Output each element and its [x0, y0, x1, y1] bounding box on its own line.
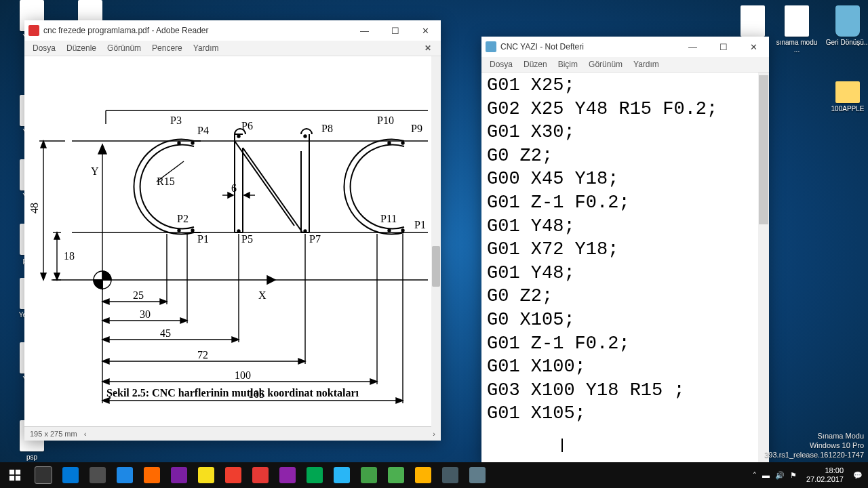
svg-point-26 — [304, 135, 307, 138]
svg-rect-95 — [9, 470, 14, 474]
svg-marker-47 — [102, 299, 109, 304]
svg-point-33 — [388, 142, 391, 144]
svg-text:P2: P2 — [177, 213, 189, 224]
taskbar-app[interactable] — [165, 462, 193, 488]
svg-text:18: 18 — [64, 250, 75, 262]
svg-point-27 — [237, 230, 240, 232]
svg-marker-48 — [160, 299, 167, 304]
svg-text:X: X — [258, 289, 267, 301]
system-tray[interactable]: ˄ ▬ 🔊 ⚑ 18:0027.02.2017 💬 — [747, 466, 868, 484]
svg-marker-57 — [298, 359, 305, 364]
adobe-hscrollbar[interactable] — [84, 430, 435, 438]
svg-text:P4: P4 — [197, 125, 209, 136]
taskbar-app[interactable] — [111, 462, 138, 488]
svg-text:P1: P1 — [197, 233, 209, 245]
close-button[interactable]: ✕ — [410, 20, 441, 41]
svg-text:100: 100 — [235, 369, 251, 381]
svg-text:P1: P1 — [414, 219, 426, 230]
taskbar-app[interactable] — [220, 462, 247, 488]
menu-yardim[interactable]: Yardım — [628, 58, 665, 70]
taskbar-app[interactable] — [328, 462, 355, 488]
menu-duzen[interactable]: Düzen — [518, 58, 553, 70]
svg-marker-54 — [232, 337, 239, 342]
svg-point-36 — [401, 229, 404, 232]
svg-point-35 — [388, 229, 391, 232]
minimize-button[interactable]: ― — [349, 20, 380, 41]
adobe-reader-window[interactable]: cnc frezede programlama.pdf - Adobe Read… — [24, 20, 441, 441]
start-button[interactable] — [0, 462, 30, 488]
tray-volume-icon[interactable]: 🔊 — [775, 471, 785, 480]
svg-text:25: 25 — [133, 289, 144, 301]
svg-marker-3 — [98, 144, 106, 154]
svg-marker-41 — [54, 273, 60, 280]
cnc-diagram: Y X R15 6 P1 P2 P3 P4 P5 P6 P7 P8 — [24, 56, 431, 426]
taskbar-app[interactable] — [355, 462, 382, 488]
taskbar-clock[interactable]: 18:0027.02.2017 — [802, 466, 848, 484]
minimize-button[interactable]: ― — [677, 37, 708, 57]
taskbar-app[interactable] — [464, 462, 491, 488]
tray-network-icon[interactable]: ▬ — [762, 471, 770, 479]
close-button[interactable]: ✕ — [738, 37, 769, 57]
taskbar-app[interactable] — [84, 462, 111, 488]
desktop[interactable]: Yeni kYeni kYeni kYeni kpowerYeni k (3Ye… — [0, 0, 868, 488]
svg-text:P11: P11 — [380, 213, 397, 224]
svg-line-19 — [243, 148, 302, 232]
taskbar[interactable]: ˄ ▬ 🔊 ⚑ 18:0027.02.2017 💬 — [0, 462, 868, 488]
adobe-vscrollbar[interactable] — [431, 56, 441, 427]
task-view-icon[interactable] — [30, 462, 57, 488]
desktop-icon[interactable]: Geri Dönüşü... — [824, 5, 868, 46]
notepad-titlebar[interactable]: CNC YAZI - Not Defteri ― ☐ ✕ — [481, 37, 769, 57]
taskbar-app[interactable] — [410, 462, 437, 488]
svg-marker-53 — [102, 337, 109, 342]
menu-dosya[interactable]: Dosya — [27, 42, 61, 54]
menu-pencere[interactable]: Pencere — [146, 42, 188, 54]
notepad-window[interactable]: CNC YAZI - Not Defteri ― ☐ ✕ Dosya Düzen… — [481, 37, 769, 462]
taskbar-app[interactable] — [193, 462, 220, 488]
adobe-document-area[interactable]: Y X R15 6 P1 P2 P3 P4 P5 P6 P7 P8 — [24, 56, 441, 441]
maximize-button[interactable]: ☐ — [380, 20, 410, 41]
svg-marker-45 — [41, 273, 46, 280]
menu-duzenle[interactable]: Düzenle — [61, 42, 102, 54]
taskbar-app[interactable] — [437, 462, 464, 488]
notepad-menubar[interactable]: Dosya Düzen Biçim Görünüm Yardım — [481, 57, 769, 73]
taskbar-app[interactable] — [382, 462, 410, 488]
desktop-icon[interactable] — [729, 5, 776, 39]
text-cursor — [561, 439, 563, 452]
taskbar-app[interactable] — [247, 462, 274, 488]
maximize-button[interactable]: ☐ — [708, 37, 738, 57]
tray-flag-icon[interactable]: ⚑ — [790, 471, 797, 480]
notepad-title: CNC YAZI - Not Defteri — [500, 42, 677, 52]
svg-point-11 — [178, 142, 180, 144]
svg-marker-56 — [102, 359, 109, 364]
svg-point-28 — [304, 230, 307, 232]
desktop-icon[interactable]: 100APPLE — [824, 75, 868, 113]
svg-text:R15: R15 — [157, 176, 175, 187]
taskbar-app[interactable] — [301, 462, 328, 488]
menu-yardim[interactable]: Yardım — [188, 42, 224, 54]
adobe-menubar[interactable]: Dosya Düzenle Görünüm Pencere Yardım ✕ — [24, 41, 441, 56]
svg-point-34 — [401, 142, 404, 144]
adobe-title: cnc frezede programlama.pdf - Adobe Read… — [43, 26, 349, 35]
adobe-titlebar[interactable]: cnc frezede programlama.pdf - Adobe Read… — [24, 20, 441, 41]
notifications-icon[interactable]: 💬 — [853, 471, 863, 480]
svg-point-25 — [237, 135, 240, 138]
notepad-textarea[interactable]: G01 X25; G02 X25 Y48 R15 F0.2; G01 X30; … — [481, 73, 769, 462]
taskbar-app[interactable] — [57, 462, 84, 488]
page-size: 195 x 275 mm — [30, 430, 77, 438]
svg-text:P10: P10 — [377, 115, 394, 126]
menu-dosya[interactable]: Dosya — [484, 58, 518, 70]
svg-text:P8: P8 — [321, 123, 333, 134]
desktop-icon[interactable]: sınama modu ... — [773, 5, 821, 54]
tray-chevron-icon[interactable]: ˄ — [753, 471, 757, 480]
taskbar-app[interactable] — [138, 462, 165, 488]
svg-text:48: 48 — [28, 203, 40, 214]
svg-rect-96 — [16, 470, 20, 474]
svg-text:72: 72 — [197, 349, 208, 361]
notepad-vscrollbar[interactable] — [758, 73, 769, 462]
menu-gorunum[interactable]: Görünüm — [102, 42, 146, 54]
doc-close-icon[interactable]: ✕ — [419, 42, 437, 54]
menu-gorunum[interactable]: Görünüm — [583, 58, 628, 70]
taskbar-app[interactable] — [274, 462, 301, 488]
svg-text:6: 6 — [231, 182, 237, 194]
menu-bicim[interactable]: Biçim — [553, 58, 583, 70]
